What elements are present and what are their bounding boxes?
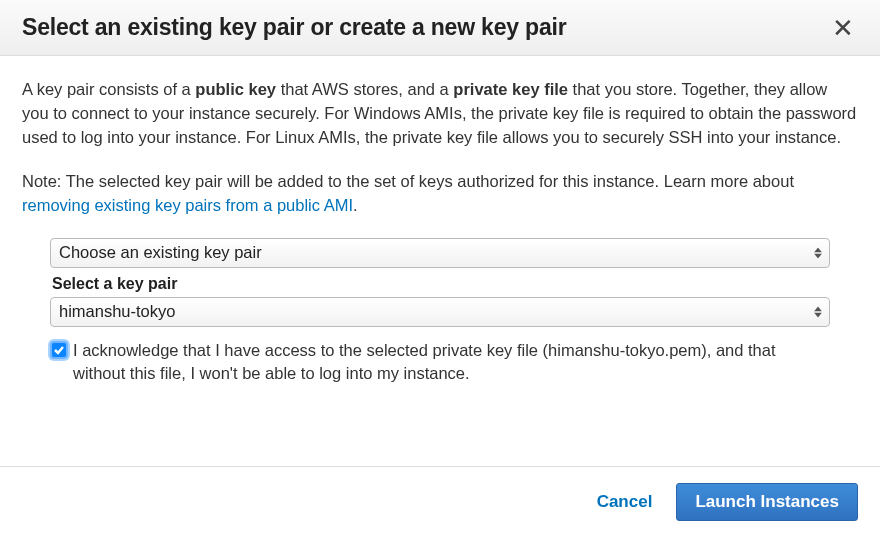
dialog-body: A key pair consists of a public key that… — [0, 56, 880, 442]
desc-text: that AWS stores, and a — [276, 80, 453, 98]
desc-bold-public-key: public key — [195, 80, 276, 98]
close-button[interactable]: ✕ — [828, 15, 858, 41]
check-icon — [53, 344, 65, 356]
acknowledge-checkbox[interactable] — [50, 341, 68, 359]
dialog-title: Select an existing key pair or create a … — [22, 14, 566, 41]
acknowledge-row: I acknowledge that I have access to the … — [50, 339, 830, 385]
keypair-select-value: himanshu-tokyo — [59, 300, 175, 324]
form-section: Choose an existing key pair Select a key… — [22, 238, 858, 385]
launch-instances-button[interactable]: Launch Instances — [676, 483, 858, 521]
note-text: Note: The selected key pair will be adde… — [22, 172, 794, 190]
note-text: . — [353, 196, 358, 214]
close-icon: ✕ — [832, 13, 854, 43]
desc-bold-private-key-file: private key file — [453, 80, 568, 98]
description-paragraph: A key pair consists of a public key that… — [22, 78, 858, 150]
key-pair-dialog: Select an existing key pair or create a … — [0, 0, 880, 541]
note-paragraph: Note: The selected key pair will be adde… — [22, 170, 858, 218]
cancel-button[interactable]: Cancel — [593, 484, 657, 520]
acknowledge-text: I acknowledge that I have access to the … — [73, 339, 830, 385]
keypair-select-label: Select a key pair — [52, 272, 830, 295]
desc-text: A key pair consists of a — [22, 80, 195, 98]
keypair-select[interactable]: himanshu-tokyo — [50, 297, 830, 327]
dialog-footer: Cancel Launch Instances — [0, 466, 880, 541]
action-select[interactable]: Choose an existing key pair — [50, 238, 830, 268]
dialog-header: Select an existing key pair or create a … — [0, 0, 880, 56]
remove-keypairs-link[interactable]: removing existing key pairs from a publi… — [22, 196, 353, 214]
action-select-value: Choose an existing key pair — [59, 241, 262, 265]
